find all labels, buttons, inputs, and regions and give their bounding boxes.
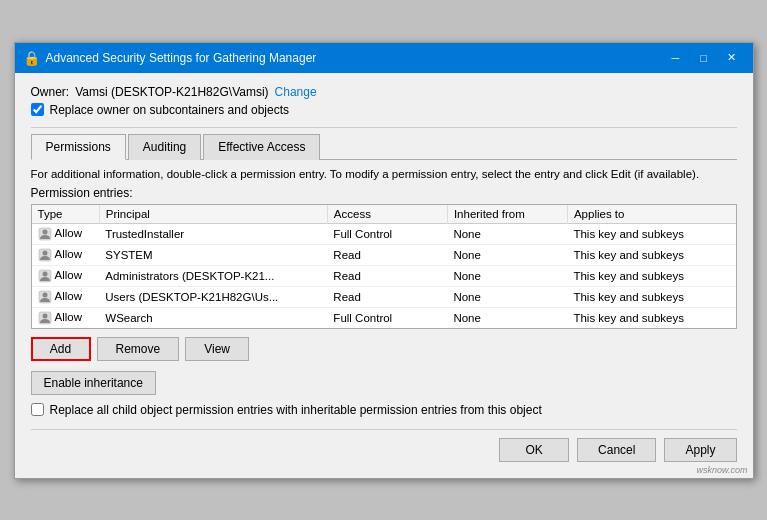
footer-buttons: OK Cancel Apply <box>31 429 737 466</box>
tab-bar: Permissions Auditing Effective Access <box>31 134 737 160</box>
info-text: For additional information, double-click… <box>31 168 737 180</box>
svg-point-9 <box>42 313 47 318</box>
table-row[interactable]: Allow SYSTEM Read None This key and subk… <box>32 244 736 265</box>
maximize-button[interactable]: □ <box>691 48 717 68</box>
owner-section: Owner: Vamsi (DESKTOP-K21H82G\Vamsi) Cha… <box>31 85 737 117</box>
replace-all-row: Replace all child object permission entr… <box>31 403 737 417</box>
cell-applies: This key and subkeys <box>567 265 735 286</box>
tab-permissions[interactable]: Permissions <box>31 134 126 160</box>
tab-effective-access[interactable]: Effective Access <box>203 134 320 160</box>
minimize-button[interactable]: ─ <box>663 48 689 68</box>
replace-all-checkbox[interactable] <box>31 403 44 416</box>
table-row[interactable]: Allow Administrators (DESKTOP-K21... Rea… <box>32 265 736 286</box>
cell-access: Read <box>327 286 447 307</box>
col-header-type: Type <box>32 205 100 224</box>
cell-access: Read <box>327 244 447 265</box>
window-title: Advanced Security Settings for Gathering… <box>46 51 317 65</box>
cell-inherited: None <box>447 307 567 328</box>
cell-type: Allow <box>32 307 100 328</box>
ok-button[interactable]: OK <box>499 438 569 462</box>
col-header-applies: Applies to <box>567 205 735 224</box>
action-buttons: Add Remove View <box>31 337 737 361</box>
title-bar: 🔒 Advanced Security Settings for Gatheri… <box>15 43 753 73</box>
dialog-content: Owner: Vamsi (DESKTOP-K21H82G\Vamsi) Cha… <box>15 73 753 478</box>
owner-value: Vamsi (DESKTOP-K21H82G\Vamsi) <box>75 85 268 99</box>
cell-inherited: None <box>447 286 567 307</box>
permission-table: Type Principal Access Inherited from App… <box>32 205 736 328</box>
owner-label: Owner: <box>31 85 70 99</box>
cell-access: Full Control <box>327 307 447 328</box>
enable-inheritance-button[interactable]: Enable inheritance <box>31 371 156 395</box>
cancel-button[interactable]: Cancel <box>577 438 656 462</box>
main-window: 🔒 Advanced Security Settings for Gatheri… <box>14 42 754 479</box>
table-row[interactable]: Allow WSearch Full Control None This key… <box>32 307 736 328</box>
cell-principal: WSearch <box>99 307 327 328</box>
tab-auditing[interactable]: Auditing <box>128 134 201 160</box>
cell-type: Allow <box>32 265 100 286</box>
close-button[interactable]: ✕ <box>719 48 745 68</box>
cell-principal: SYSTEM <box>99 244 327 265</box>
replace-all-label: Replace all child object permission entr… <box>50 403 542 417</box>
cell-access: Read <box>327 265 447 286</box>
permission-entries-label: Permission entries: <box>31 186 737 200</box>
table-row[interactable]: Allow TrustedInstaller Full Control None… <box>32 223 736 244</box>
cell-inherited: None <box>447 244 567 265</box>
cell-applies: This key and subkeys <box>567 223 735 244</box>
window-icon: 🔒 <box>23 50 40 66</box>
col-header-principal: Principal <box>99 205 327 224</box>
cell-inherited: None <box>447 265 567 286</box>
cell-type: Allow <box>32 244 100 265</box>
permission-table-container: Type Principal Access Inherited from App… <box>31 204 737 329</box>
apply-button[interactable]: Apply <box>664 438 736 462</box>
cell-type: Allow <box>32 223 100 244</box>
cell-principal: Administrators (DESKTOP-K21... <box>99 265 327 286</box>
replace-owner-checkbox[interactable] <box>31 103 44 116</box>
svg-point-3 <box>42 250 47 255</box>
remove-button[interactable]: Remove <box>97 337 180 361</box>
col-header-inherited: Inherited from <box>447 205 567 224</box>
replace-owner-label: Replace owner on subcontainers and objec… <box>50 103 289 117</box>
svg-point-5 <box>42 271 47 276</box>
cell-applies: This key and subkeys <box>567 307 735 328</box>
col-header-access: Access <box>327 205 447 224</box>
cell-applies: This key and subkeys <box>567 286 735 307</box>
cell-applies: This key and subkeys <box>567 244 735 265</box>
table-row[interactable]: Allow Users (DESKTOP-K21H82G\Us... Read … <box>32 286 736 307</box>
add-button[interactable]: Add <box>31 337 91 361</box>
cell-principal: TrustedInstaller <box>99 223 327 244</box>
svg-point-7 <box>42 292 47 297</box>
cell-inherited: None <box>447 223 567 244</box>
cell-access: Full Control <box>327 223 447 244</box>
view-button[interactable]: View <box>185 337 249 361</box>
change-owner-link[interactable]: Change <box>275 85 317 99</box>
cell-principal: Users (DESKTOP-K21H82G\Us... <box>99 286 327 307</box>
cell-type: Allow <box>32 286 100 307</box>
svg-point-1 <box>42 229 47 234</box>
